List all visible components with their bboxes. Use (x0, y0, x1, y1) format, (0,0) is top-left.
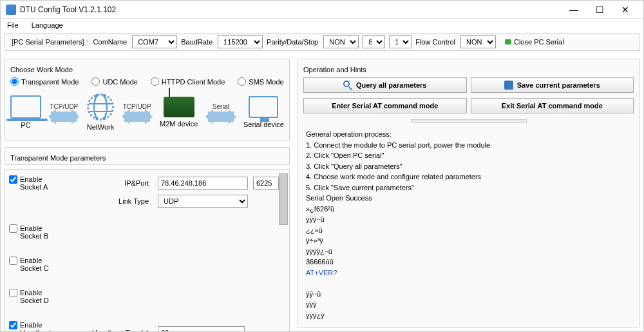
topology-diagram: PC TCP/UDP NetWork TCP/UDP M2M device (10, 88, 284, 136)
save-icon (504, 81, 513, 90)
transparent-params-panel: Enable Socket A IP&Port Link Type UDP (5, 169, 290, 332)
log-line: ¿¿»û (306, 225, 631, 236)
log-line: ÿÿ··û (306, 289, 631, 300)
stopbits-select[interactable]: 1 (389, 35, 412, 48)
enable-socket-c-label: Enable Socket C (20, 257, 61, 272)
log-line: ÿÿÿ¿ÿ (306, 310, 631, 321)
network-label: NetWork (87, 123, 115, 131)
work-mode-title: Choose Work Mode (8, 64, 75, 75)
hint-step: 5. Click "Save current parameters" (306, 182, 631, 193)
enable-socket-d-label: Enable Socket D (20, 289, 61, 304)
link-type-select[interactable]: UDP (158, 195, 248, 208)
at-command-line: AT+VER? (306, 268, 631, 278)
enable-socket-b-label: Enable Socket B (20, 224, 61, 240)
radio-udc[interactable]: UDC Mode (91, 77, 137, 86)
baudrate-label: BaudRate (181, 38, 213, 46)
log-line: Serial Open Success (306, 193, 631, 204)
ip-port-label: IP&Port (66, 179, 153, 187)
save-current-button[interactable]: Save current parameters (471, 77, 634, 93)
radio-transparent[interactable]: Transparent Mode (10, 77, 79, 86)
arrow-icon (124, 112, 150, 122)
baudrate-select[interactable]: 115200 (218, 35, 263, 48)
enable-socket-a-label: Enable Socket A (20, 175, 61, 191)
exit-at-button[interactable]: Exit Serial AT command mode (471, 98, 634, 113)
log-line: ÿÿÿ (306, 299, 631, 310)
scrollbar-thumb[interactable] (279, 173, 288, 225)
comname-label: ComName (93, 38, 128, 46)
operation-title: Operation and Hints (301, 64, 369, 75)
transparent-params-title: Transparent Mode parameters (8, 153, 108, 163)
app-icon (6, 5, 16, 15)
log-line: ÿÿÿÿ¿··û (306, 246, 631, 257)
heartbeat-time-input[interactable] (158, 326, 245, 332)
hint-step: 2. Click "Open PC serial" (306, 150, 631, 161)
enable-socket-a-checkbox[interactable] (9, 175, 17, 184)
enable-socket-d-checkbox[interactable] (9, 289, 17, 297)
enable-heartbeat-checkbox[interactable] (9, 321, 17, 329)
arrow-icon (51, 112, 77, 122)
menubar: File Language (1, 19, 643, 32)
comname-select[interactable]: COM7 (132, 35, 177, 48)
maximize-button[interactable]: ☐ (587, 2, 612, 17)
monitor-icon (249, 96, 278, 118)
enable-heartbeat-label: Enable Heartbeat Package (20, 321, 61, 332)
heartbeat-time-label: Heartbeat Time(s) (66, 329, 153, 332)
arrow-label-3: Serial (213, 103, 229, 110)
titlebar: DTU Config Tool V1.2.1.102 — ☐ ✕ (1, 1, 643, 19)
search-icon (343, 81, 352, 90)
pc-serial-label: [PC Serial Parameters] : (12, 38, 88, 46)
ip-input[interactable] (158, 177, 248, 190)
databits-select[interactable]: 8 (363, 35, 385, 48)
splitter-handle[interactable] (303, 119, 634, 124)
parity-label: Parity/Data/Stop (267, 38, 318, 46)
work-mode-group: Choose Work Mode Transparent Mode UDC Mo… (5, 59, 290, 141)
log-line: ÿ÷»³ÿ (306, 235, 631, 246)
close-window-button[interactable]: ✕ (612, 2, 638, 17)
enable-socket-c-checkbox[interactable] (9, 257, 17, 265)
hints-heading: General operation process: (306, 129, 631, 140)
minimize-button[interactable]: — (561, 2, 587, 17)
parity-select[interactable]: NONE (323, 35, 359, 48)
log-line: 36666úû (306, 257, 631, 268)
enable-socket-b-checkbox[interactable] (9, 224, 17, 233)
close-pc-serial-link[interactable]: Close PC Serial (514, 38, 564, 46)
hints-log-area: General operation process: 1. Connect th… (303, 126, 634, 323)
serial-toolbar: [PC Serial Parameters] : ComName COM7 Ba… (5, 33, 639, 51)
pc-icon (10, 95, 41, 119)
arrow-icon (208, 112, 234, 122)
port-input[interactable] (253, 177, 279, 190)
serial-status-indicator (505, 39, 511, 44)
transparent-params-title-box: Transparent Mode parameters (5, 147, 290, 165)
radio-httpd[interactable]: HTTPD Client Mode (151, 77, 225, 86)
menu-language[interactable]: Language (29, 20, 66, 30)
m2m-label: M2M device (160, 120, 198, 128)
hint-step: 1. Connect the module to PC serial port,… (306, 140, 631, 151)
link-type-label: Link Type (66, 197, 153, 205)
globe-icon (87, 93, 114, 121)
pc-label: PC (21, 121, 30, 129)
log-line: »¿f626²û (306, 204, 631, 215)
enter-at-button[interactable]: Enter Serial AT command mode (303, 98, 467, 113)
flow-label: Flow Control (415, 38, 455, 46)
operation-group: Operation and Hints Query all parameters… (298, 59, 639, 327)
menu-file[interactable]: File (5, 20, 21, 30)
flow-select[interactable]: NONE (460, 35, 496, 48)
m2m-device-icon (164, 97, 194, 117)
radio-sms[interactable]: SMS Mode (238, 77, 283, 86)
log-line: ÿÿÿ··û (306, 214, 631, 225)
hint-step: 4. Choose work mode and configure relate… (306, 171, 631, 182)
query-all-button[interactable]: Query all parameters (303, 77, 467, 93)
window-title: DTU Config Tool V1.2.1.102 (20, 5, 561, 14)
hint-step: 3. Click "Query all parameters" (306, 161, 631, 172)
